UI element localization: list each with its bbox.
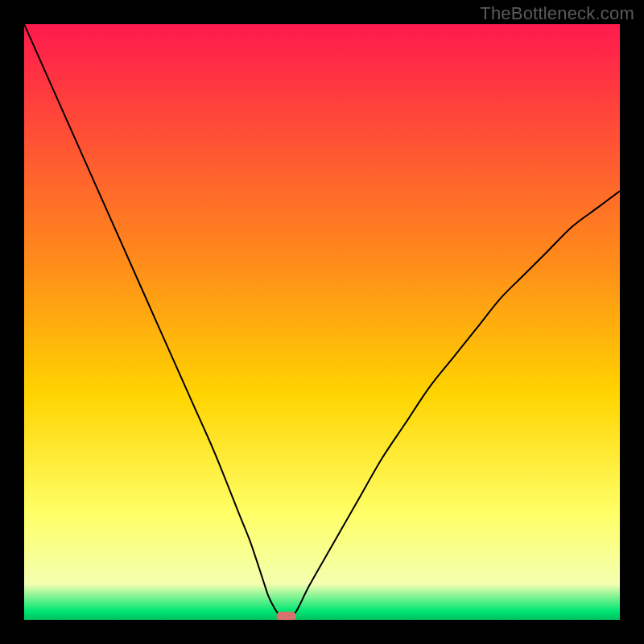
chart-frame: TheBottleneck.com [0, 0, 644, 644]
optimum-marker [276, 612, 295, 620]
watermark-text: TheBottleneck.com [480, 3, 634, 24]
gradient-background [24, 24, 620, 620]
bottleneck-chart [24, 24, 620, 620]
